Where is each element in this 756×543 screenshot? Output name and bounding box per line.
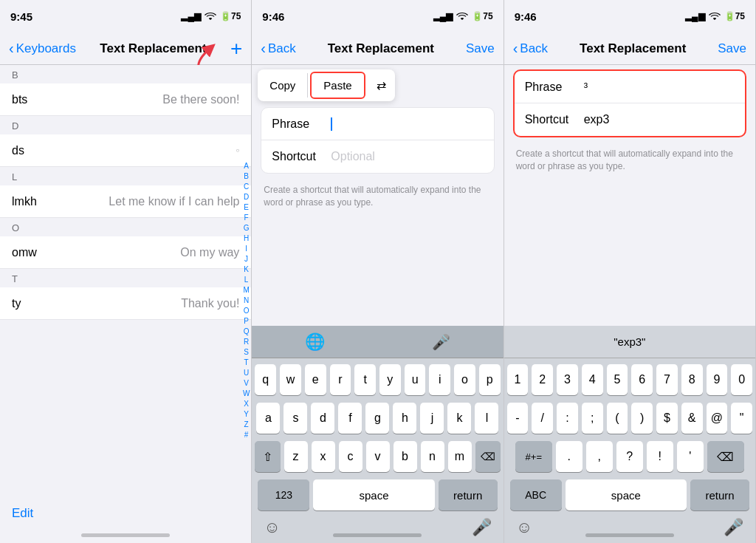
key-rparen[interactable]: ) [631,403,653,434]
alpha-h[interactable]: H [244,233,249,243]
key-k[interactable]: k [447,403,471,434]
key-space-3[interactable]: space [566,479,687,510]
list-item-omw[interactable]: omw On my way [0,236,251,269]
key-colon[interactable]: : [557,403,578,434]
key-j[interactable]: j [420,403,444,434]
key-semicolon[interactable]: ; [582,403,603,434]
alpha-m[interactable]: M [243,285,249,295]
key-slash[interactable]: / [532,403,553,434]
key-exclaim[interactable]: ! [647,441,673,472]
key-delete-3[interactable]: ⌫ [707,441,744,472]
key-period[interactable]: . [556,441,583,472]
alpha-y[interactable]: Y [244,409,249,419]
edit-button[interactable]: Edit [12,506,33,521]
key-q[interactable]: q [255,364,276,395]
save-button-2[interactable]: Save [466,41,495,56]
key-y[interactable]: y [379,364,401,395]
alpha-g[interactable]: G [244,223,250,233]
key-2[interactable]: 2 [532,364,553,395]
alpha-l[interactable]: L [244,275,249,284]
alpha-f[interactable]: F [244,213,249,222]
key-n[interactable]: n [421,441,444,472]
mic-button-2[interactable]: 🎤 [432,333,450,351]
key-hashplus[interactable]: #+= [515,441,552,472]
emoji-button-2[interactable]: 🌐 [305,332,325,352]
key-6[interactable]: 6 [631,364,653,395]
key-f[interactable]: f [338,403,362,434]
key-l[interactable]: l [475,403,498,434]
key-o[interactable]: o [454,364,475,395]
add-button-1[interactable]: + [230,38,242,59]
key-amp[interactable]: & [681,403,703,434]
alpha-k[interactable]: K [244,264,249,274]
key-question[interactable]: ? [616,441,643,472]
alpha-d[interactable]: D [244,192,249,202]
alpha-hash[interactable]: # [244,430,249,440]
alpha-w[interactable]: W [243,389,250,398]
key-e[interactable]: e [305,364,326,395]
key-z[interactable]: z [284,441,308,472]
alpha-n[interactable]: N [244,296,249,305]
alpha-o[interactable]: O [244,306,250,315]
key-g[interactable]: g [365,403,389,434]
paste-button[interactable]: Paste [310,72,365,99]
key-7[interactable]: 7 [656,364,678,395]
autocomplete-suggestion-3[interactable]: "exp3" [614,335,645,348]
key-9[interactable]: 9 [707,364,728,395]
alpha-p[interactable]: P [244,316,249,326]
alpha-x[interactable]: X [244,399,249,409]
key-return-2[interactable]: return [439,479,498,510]
alphabet-sidebar[interactable]: A B C D E F G H I J K L M N O P Q R S T … [243,161,250,440]
list-item-lmkh[interactable]: lmkh Let me know if I can help [0,185,251,218]
key-b[interactable]: b [394,441,417,472]
alpha-b[interactable]: B [244,171,249,181]
back-button-2[interactable]: ‹ Back [261,40,295,57]
list-item-ds[interactable]: ds ○ [0,134,251,167]
key-delete-2[interactable]: ⌫ [475,441,501,472]
key-8[interactable]: 8 [681,364,703,395]
key-1[interactable]: 1 [507,364,529,395]
alpha-s[interactable]: S [244,347,249,357]
alpha-c[interactable]: C [244,182,249,191]
list-item-ty[interactable]: ty Thank you! [0,287,251,320]
key-x[interactable]: x [312,441,335,472]
key-m[interactable]: m [448,441,472,472]
key-s[interactable]: s [284,403,307,434]
key-u[interactable]: u [405,364,426,395]
key-c[interactable]: c [339,441,362,472]
key-p[interactable]: p [479,364,501,395]
key-a[interactable]: a [256,403,280,434]
key-quote[interactable]: " [731,403,752,434]
alpha-r[interactable]: R [244,337,249,346]
key-comma[interactable]: , [586,441,613,472]
key-w[interactable]: w [280,364,301,395]
key-lparen[interactable]: ( [607,403,628,434]
key-0[interactable]: 0 [731,364,752,395]
mic-icon-2[interactable]: 🎤 [472,518,492,537]
key-5[interactable]: 5 [607,364,628,395]
key-v[interactable]: v [366,441,390,472]
key-space-2[interactable]: space [313,479,434,510]
key-4[interactable]: 4 [582,364,603,395]
key-shift-2[interactable]: ⇧ [255,441,280,472]
back-button-3[interactable]: ‹ Back [513,40,548,57]
key-dash[interactable]: - [507,403,529,434]
copy-button[interactable]: Copy [258,73,308,98]
key-3[interactable]: 3 [557,364,578,395]
key-i[interactable]: i [429,364,450,395]
format-icon[interactable]: ⇄ [368,72,395,98]
alpha-a[interactable]: A [244,161,249,171]
key-r[interactable]: r [330,364,351,395]
key-t[interactable]: t [354,364,376,395]
key-dollar[interactable]: $ [656,403,678,434]
alpha-i[interactable]: I [245,244,247,253]
keyboards-back-button[interactable]: ‹ Keyboards [9,40,76,57]
alpha-z[interactable]: Z [244,420,249,429]
mic-icon-3[interactable]: 🎤 [724,518,743,537]
key-h[interactable]: h [393,403,416,434]
key-at[interactable]: @ [707,403,728,434]
list-item-bts[interactable]: bts Be there soon! [0,83,251,116]
alpha-v[interactable]: V [244,378,249,388]
alpha-q[interactable]: Q [244,327,250,336]
key-123-2[interactable]: 123 [258,479,309,510]
